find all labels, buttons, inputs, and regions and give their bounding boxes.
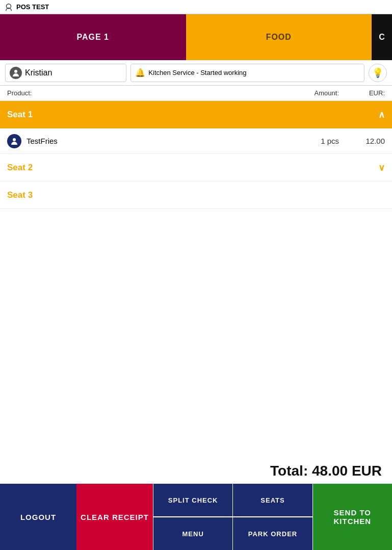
lightbulb-button[interactable]: 💡 (369, 64, 387, 82)
notification-info[interactable]: 🔔 Kitchen Service - Started working (130, 64, 364, 82)
user-name: Kristian (25, 68, 52, 77)
seat2-header[interactable]: Seat 2 (0, 154, 392, 181)
item-qty: 1 pcs (293, 137, 344, 145)
user-icon (10, 67, 22, 79)
col-product-label: Product: (7, 89, 293, 97)
col-amount-label: Amount: (293, 89, 344, 97)
bottom-buttons: LOGOUT CLEAR RECEIPT SPLIT CHECK SEATS S… (0, 484, 392, 550)
tab-page1[interactable]: PAGE 1 (0, 14, 186, 60)
item-icon (7, 134, 21, 148)
chevron-down-icon (378, 162, 385, 173)
svg-point-2 (13, 138, 16, 141)
app-icon (4, 3, 13, 12)
seat1-header[interactable]: Seat 1 (0, 101, 392, 128)
info-bar: Kristian 🔔 Kitchen Service - Started wor… (0, 60, 392, 86)
park-order-button[interactable]: PARK ORDER (232, 517, 312, 550)
main-content-area (0, 209, 392, 458)
menu-button[interactable]: MENU (153, 517, 232, 550)
tab-food[interactable]: FOOD (186, 14, 372, 60)
logout-button[interactable]: LOGOUT (0, 484, 76, 550)
app-title: POS TEST (16, 3, 49, 11)
svg-point-1 (14, 70, 17, 73)
chevron-up-icon (378, 109, 385, 120)
clear-receipt-button[interactable]: CLEAR RECEIPT (76, 484, 153, 550)
seat2-label: Seat 2 (7, 163, 33, 173)
item-price: 12.00 (344, 137, 385, 145)
notification-text: Kitchen Service - Started working (148, 69, 246, 76)
seat3-label: Seat 3 (7, 190, 33, 200)
order-item[interactable]: TestFries 1 pcs 12.00 (0, 128, 392, 154)
seat3-header[interactable]: Seat 3 (0, 181, 392, 209)
split-check-button[interactable]: SPLIT CHECK (153, 484, 232, 517)
tab-bar: PAGE 1 FOOD C (0, 14, 392, 60)
lightbulb-icon: 💡 (372, 67, 383, 78)
user-info[interactable]: Kristian (5, 64, 126, 82)
column-headers: Product: Amount: EUR: (0, 86, 392, 101)
seats-button[interactable]: SEATS (232, 484, 312, 517)
tab-extra[interactable]: C (372, 14, 392, 60)
title-bar: POS TEST (0, 0, 392, 14)
send-to-kitchen-button[interactable]: SEND TO KITCHEN (312, 484, 392, 550)
col-eur-label: EUR: (344, 89, 385, 97)
seat1-label: Seat 1 (7, 110, 33, 120)
total-bar: Total: 48.00 EUR (0, 458, 392, 484)
total-display: Total: 48.00 EUR (270, 463, 382, 479)
item-name: TestFries (27, 137, 293, 145)
bell-icon: 🔔 (135, 68, 145, 77)
